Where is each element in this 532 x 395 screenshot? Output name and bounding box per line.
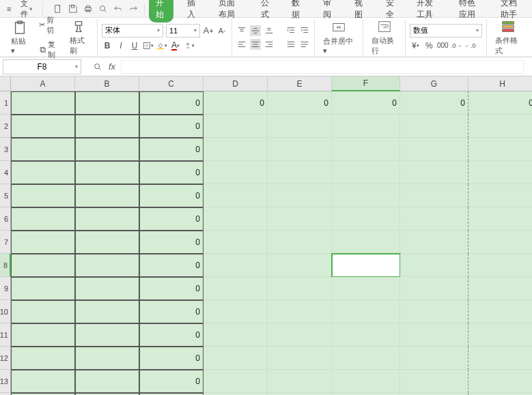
cell-G12[interactable] <box>400 347 468 370</box>
cell-E10[interactable] <box>268 300 332 323</box>
search-fx-icon[interactable] <box>92 61 103 72</box>
align-bottom-icon[interactable] <box>264 25 275 36</box>
align-center-icon[interactable] <box>250 39 261 50</box>
row-header-11[interactable]: 11 <box>0 323 11 347</box>
cell-D3[interactable] <box>204 138 268 161</box>
formula-input[interactable] <box>121 60 524 74</box>
cell-B11[interactable] <box>75 323 139 347</box>
cell-B6[interactable] <box>75 207 139 231</box>
decrease-font-icon[interactable]: A- <box>216 25 227 36</box>
cell-H3[interactable] <box>468 138 532 161</box>
cell-F10[interactable] <box>332 300 400 323</box>
underline-button[interactable]: U <box>129 40 140 51</box>
cell-F2[interactable] <box>332 115 400 138</box>
cell-F1[interactable]: 0 <box>332 91 400 115</box>
paste-button[interactable]: 粘贴 ▾ <box>7 18 33 57</box>
col-header-G[interactable]: G <box>400 76 468 91</box>
undo-icon[interactable] <box>113 3 124 14</box>
cell-H11[interactable] <box>468 323 532 347</box>
cell-E6[interactable] <box>268 207 332 231</box>
cell-F13[interactable] <box>332 370 400 393</box>
cell-G8[interactable] <box>400 254 468 277</box>
cell-C7[interactable]: 0 <box>139 231 204 254</box>
cell-D9[interactable] <box>204 277 268 300</box>
cell-C10[interactable]: 0 <box>139 300 204 323</box>
row-header-6[interactable]: 6 <box>0 207 11 231</box>
cell-F9[interactable] <box>332 277 400 300</box>
preview-icon[interactable] <box>98 3 109 14</box>
justify-icon[interactable] <box>285 39 296 50</box>
cell-F8[interactable] <box>332 254 400 277</box>
borders-button[interactable]: ▾ <box>143 40 154 51</box>
row-header-10[interactable]: 10 <box>0 300 11 323</box>
cell-A10[interactable] <box>11 300 75 323</box>
cell-E8[interactable] <box>268 254 332 277</box>
cell-C9[interactable]: 0 <box>139 277 204 300</box>
cell-A5[interactable] <box>11 184 75 207</box>
cell-G5[interactable] <box>400 184 468 207</box>
cell-E3[interactable] <box>268 138 332 161</box>
select-all-corner[interactable] <box>0 76 11 91</box>
cell-H2[interactable] <box>468 115 532 138</box>
cell-F3[interactable] <box>332 138 400 161</box>
cell-G1[interactable]: 0 <box>400 91 468 115</box>
cell-F4[interactable] <box>332 161 400 184</box>
cell-G7[interactable] <box>400 231 468 254</box>
cell-F11[interactable] <box>332 323 400 347</box>
cell-D11[interactable] <box>204 323 268 347</box>
font-size-select[interactable]: 11▾ <box>166 24 200 38</box>
col-header-F[interactable]: F <box>332 76 400 91</box>
cell-B9[interactable] <box>75 277 139 300</box>
cell-A13[interactable] <box>11 370 75 393</box>
col-header-C[interactable]: C <box>139 76 204 91</box>
cell-D8[interactable] <box>204 254 268 277</box>
cell-B12[interactable] <box>75 347 139 370</box>
bold-button[interactable]: B <box>102 40 113 51</box>
wrap-text-button[interactable]: 自动换行 <box>367 18 402 57</box>
save-icon[interactable] <box>68 3 79 14</box>
cell-H10[interactable] <box>468 300 532 323</box>
conditional-format-button[interactable]: 条件格式 <box>491 18 525 57</box>
col-header-D[interactable]: D <box>204 76 268 91</box>
row-header-2[interactable]: 2 <box>0 115 11 138</box>
cell-C4[interactable]: 0 <box>139 161 204 184</box>
italic-button[interactable]: I <box>115 40 126 51</box>
cell-D2[interactable] <box>204 115 268 138</box>
cell-B8[interactable] <box>75 254 139 277</box>
cell-C6[interactable]: 0 <box>139 207 204 231</box>
col-header-H[interactable]: H <box>468 76 532 91</box>
cell-A9[interactable] <box>11 277 75 300</box>
cell-H1[interactable]: 0 <box>468 91 532 115</box>
decrease-indent-icon[interactable] <box>285 25 296 36</box>
cell-G4[interactable] <box>400 161 468 184</box>
cell-D6[interactable] <box>204 207 268 231</box>
new-icon[interactable] <box>53 3 64 14</box>
increase-decimal-icon[interactable]: .0→ <box>451 40 462 51</box>
cell-A1[interactable] <box>11 91 75 115</box>
font-name-select[interactable]: 宋体▾ <box>102 24 163 38</box>
cell-B5[interactable] <box>75 184 139 207</box>
cell-B1[interactable] <box>75 91 139 115</box>
cell-F6[interactable] <box>332 207 400 231</box>
copy-button[interactable]: 复制 <box>36 38 63 61</box>
cut-button[interactable]: ✂ 剪切 <box>36 14 63 37</box>
cell-D10[interactable] <box>204 300 268 323</box>
cell-B13[interactable] <box>75 370 139 393</box>
cell-C3[interactable]: 0 <box>139 138 204 161</box>
col-header-B[interactable]: B <box>75 76 139 91</box>
row-header-12[interactable]: 12 <box>0 347 11 370</box>
cell-E2[interactable] <box>268 115 332 138</box>
cell-D4[interactable] <box>204 161 268 184</box>
cell-C13[interactable]: 0 <box>139 370 204 393</box>
cell-C1[interactable]: 0 <box>139 91 204 115</box>
format-painter-button[interactable]: 格式刷 <box>66 18 93 57</box>
cell-B3[interactable] <box>75 138 139 161</box>
align-top-icon[interactable] <box>236 25 247 36</box>
cell-G3[interactable] <box>400 138 468 161</box>
cell-C8[interactable]: 0 <box>139 254 204 277</box>
cell-C11[interactable]: 0 <box>139 323 204 347</box>
col-header-E[interactable]: E <box>268 76 332 91</box>
cell-G11[interactable] <box>400 323 468 347</box>
cell-F12[interactable] <box>332 347 400 370</box>
cell-D5[interactable] <box>204 184 268 207</box>
